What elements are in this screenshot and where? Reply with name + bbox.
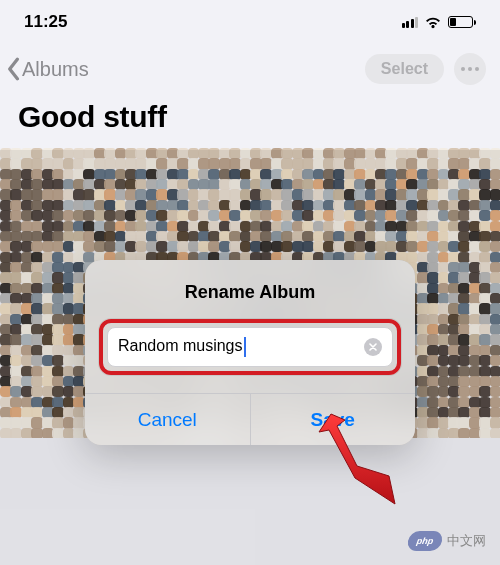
ellipsis-icon: [461, 67, 479, 71]
input-text-value: Random musings: [118, 337, 356, 357]
svg-point-1: [468, 67, 472, 71]
album-name-input[interactable]: Random musings: [107, 327, 393, 367]
cancel-button[interactable]: Cancel: [85, 394, 251, 445]
status-indicators: [402, 16, 477, 29]
status-time: 11:25: [24, 12, 67, 32]
rename-album-dialog: Rename Album Random musings Cancel Save: [85, 260, 415, 445]
dialog-title: Rename Album: [85, 260, 415, 319]
status-bar: 11:25: [0, 0, 500, 44]
svg-point-2: [475, 67, 479, 71]
clear-input-button[interactable]: [364, 338, 382, 356]
back-button[interactable]: Albums: [6, 57, 89, 81]
wifi-icon: [424, 16, 442, 29]
watermark-text: 中文网: [447, 532, 486, 550]
battery-icon: [448, 16, 476, 28]
navigation-bar: Albums Select: [0, 44, 500, 94]
album-title: Good stuff: [0, 94, 500, 148]
php-logo-icon: php: [406, 531, 444, 551]
text-cursor: [244, 337, 246, 357]
dialog-actions: Cancel Save: [85, 393, 415, 445]
cellular-signal-icon: [402, 16, 419, 28]
save-button[interactable]: Save: [251, 394, 416, 445]
input-highlight-annotation: Random musings: [99, 319, 401, 375]
select-button[interactable]: Select: [365, 54, 444, 84]
svg-point-0: [461, 67, 465, 71]
chevron-left-icon: [6, 57, 20, 81]
watermark: php 中文网: [408, 531, 486, 551]
back-label: Albums: [22, 58, 89, 81]
more-button[interactable]: [454, 53, 486, 85]
x-icon: [369, 343, 377, 351]
